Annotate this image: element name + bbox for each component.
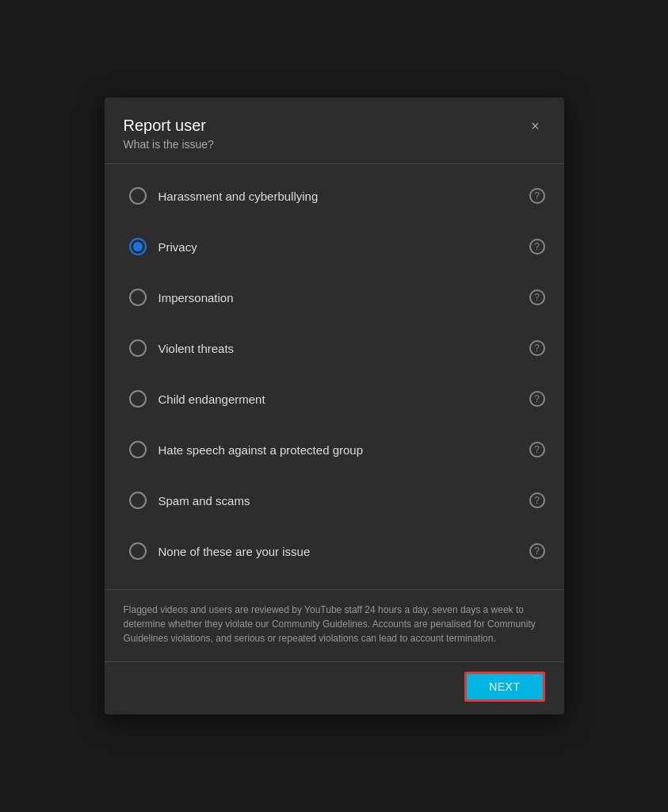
radio-inner-privacy: [133, 242, 143, 251]
radio-spam[interactable]: [129, 492, 147, 509]
option-impersonation[interactable]: Impersonation?: [124, 272, 545, 323]
radio-container-privacy: [124, 232, 152, 261]
option-label-privacy: Privacy: [158, 240, 523, 254]
radio-harassment[interactable]: [129, 187, 147, 205]
next-button[interactable]: NEXT: [464, 672, 544, 702]
option-label-harassment: Harassment and cyberbullying: [158, 190, 523, 203]
help-icon-harassment[interactable]: ?: [529, 188, 545, 204]
radio-container-violent_threats: [124, 334, 152, 362]
close-button[interactable]: ×: [523, 113, 548, 139]
radio-impersonation[interactable]: [129, 289, 147, 306]
option-child_endangerment[interactable]: Child endangerment?: [124, 373, 545, 424]
option-harassment[interactable]: Harassment and cyberbullying?: [124, 170, 545, 221]
radio-container-spam: [124, 486, 152, 515]
option-label-child_endangerment: Child endangerment: [158, 393, 523, 406]
option-label-violent_threats: Violent threats: [158, 342, 523, 355]
radio-container-harassment: [124, 182, 152, 210]
option-label-spam: Spam and scams: [158, 494, 523, 508]
dialog-footer: NEXT: [105, 661, 564, 714]
radio-hate_speech[interactable]: [129, 441, 147, 458]
help-icon-violent_threats[interactable]: ?: [529, 340, 545, 356]
close-icon: ×: [531, 118, 540, 135]
option-violent_threats[interactable]: Violent threats?: [124, 323, 545, 373]
dialog-subtitle: What is the issue?: [124, 138, 545, 151]
help-icon-privacy[interactable]: ?: [529, 239, 545, 255]
option-privacy[interactable]: Privacy?: [124, 221, 545, 272]
help-icon-child_endangerment[interactable]: ?: [529, 391, 545, 407]
radio-privacy[interactable]: [129, 238, 147, 255]
help-icon-hate_speech[interactable]: ?: [529, 442, 545, 458]
dialog-header: Report user What is the issue? ×: [105, 98, 564, 164]
radio-child_endangerment[interactable]: [129, 390, 147, 408]
help-icon-impersonation[interactable]: ?: [529, 289, 545, 305]
disclaimer-text: Flagged videos and users are reviewed by…: [105, 589, 564, 661]
help-icon-none[interactable]: ?: [529, 543, 545, 559]
report-dialog: Report user What is the issue? × Harassm…: [105, 98, 564, 714]
option-hate_speech[interactable]: Hate speech against a protected group?: [124, 424, 545, 475]
radio-container-hate_speech: [124, 435, 152, 464]
radio-container-impersonation: [124, 283, 152, 312]
radio-container-child_endangerment: [124, 385, 152, 413]
option-label-none: None of these are your issue: [158, 545, 523, 558]
options-list: Harassment and cyberbullying?Privacy?Imp…: [105, 164, 564, 589]
option-spam[interactable]: Spam and scams?: [124, 475, 545, 526]
radio-container-none: [124, 537, 152, 565]
option-none[interactable]: None of these are your issue?: [124, 526, 545, 576]
overlay: Report user What is the issue? × Harassm…: [0, 0, 668, 812]
dialog-title: Report user: [124, 117, 545, 135]
radio-violent_threats[interactable]: [129, 339, 147, 357]
option-label-impersonation: Impersonation: [158, 291, 523, 304]
option-label-hate_speech: Hate speech against a protected group: [158, 443, 523, 457]
radio-none[interactable]: [129, 542, 147, 560]
help-icon-spam[interactable]: ?: [529, 492, 545, 508]
